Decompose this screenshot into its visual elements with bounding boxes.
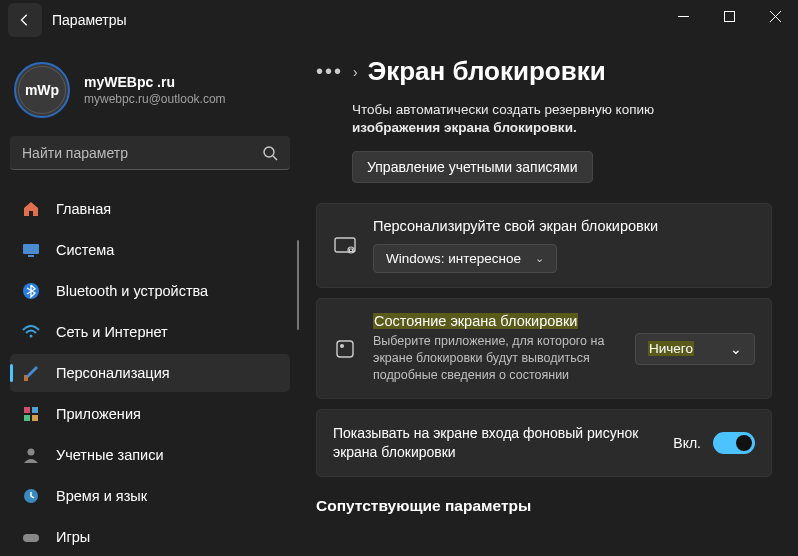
bluetooth-icon xyxy=(20,280,42,302)
sidebar-item-label: Время и язык xyxy=(56,488,147,504)
page-title: Экран блокировки xyxy=(368,56,606,87)
content-area: ••• › Экран блокировки Чтобы автоматичес… xyxy=(300,40,798,556)
profile-block[interactable]: mWp myWEBpc .ru mywebpc.ru@outlook.com xyxy=(14,62,286,118)
search-box[interactable] xyxy=(10,136,290,170)
system-icon xyxy=(20,239,42,261)
breadcrumb: ••• › Экран блокировки xyxy=(316,56,772,87)
clock-icon xyxy=(20,485,42,507)
sidebar-item-label: Учетные записи xyxy=(56,447,164,463)
svg-rect-11 xyxy=(24,407,30,413)
svg-rect-13 xyxy=(24,415,30,421)
svg-point-19 xyxy=(348,247,354,253)
desc-line1: Чтобы автоматически создать резервную ко… xyxy=(352,102,654,117)
nav-list: Главная Система Bluetooth и устройства С… xyxy=(10,190,290,556)
home-icon xyxy=(20,198,42,220)
chevron-down-icon: ⌄ xyxy=(730,341,742,357)
related-settings-heading: Сопутствующие параметры xyxy=(316,497,772,515)
sidebar-item-label: Игры xyxy=(56,529,90,545)
backup-description: Чтобы автоматически создать резервную ко… xyxy=(316,101,772,137)
window-title: Параметры xyxy=(52,12,127,28)
personalize-title: Персонализируйте свой экран блокировки xyxy=(373,218,755,234)
dropdown-value: Ничего xyxy=(648,341,694,356)
wifi-icon xyxy=(20,321,42,343)
svg-rect-21 xyxy=(337,341,353,357)
background-toggle-row: Показывать на экране входа фоновый рисун… xyxy=(316,409,772,477)
svg-rect-17 xyxy=(23,534,39,542)
sidebar-item-label: Сеть и Интернет xyxy=(56,324,168,340)
avatar: mWp xyxy=(14,62,70,118)
svg-point-9 xyxy=(30,335,33,338)
dropdown-value: Windows: интересное xyxy=(386,251,521,266)
close-button[interactable] xyxy=(752,0,798,32)
search-icon xyxy=(262,145,278,161)
sidebar-item-label: Система xyxy=(56,242,114,258)
sidebar-item-gaming[interactable]: Игры xyxy=(10,518,290,556)
sidebar-item-label: Bluetooth и устройства xyxy=(56,283,208,299)
arrow-left-icon xyxy=(18,13,32,27)
manage-accounts-button[interactable]: Управление учетными записями xyxy=(352,151,593,183)
svg-point-22 xyxy=(340,344,344,348)
person-icon xyxy=(20,444,42,466)
toggle-label: Показывать на экране входа фоновый рисун… xyxy=(333,424,673,462)
profile-name: myWEBpc .ru xyxy=(84,74,226,90)
svg-rect-7 xyxy=(28,255,34,257)
sidebar-item-label: Главная xyxy=(56,201,111,217)
sidebar-item-apps[interactable]: Приложения xyxy=(10,395,290,433)
toggle-state-text: Вкл. xyxy=(673,435,701,451)
status-title: Состояние экрана блокировки xyxy=(373,313,635,329)
desc-line2: изображения экрана блокировки. xyxy=(352,120,577,135)
window-controls xyxy=(660,0,798,32)
breadcrumb-more-icon[interactable]: ••• xyxy=(316,60,343,83)
sidebar-item-accounts[interactable]: Учетные записи xyxy=(10,436,290,474)
titlebar: Параметры xyxy=(0,0,798,40)
sidebar-item-time-language[interactable]: Время и язык xyxy=(10,477,290,515)
status-dropdown[interactable]: Ничего ⌄ xyxy=(635,333,755,365)
chevron-right-icon: › xyxy=(353,64,358,80)
svg-rect-6 xyxy=(23,244,39,254)
svg-point-4 xyxy=(264,147,274,157)
svg-rect-1 xyxy=(724,11,734,21)
maximize-button[interactable] xyxy=(706,0,752,32)
minimize-button[interactable] xyxy=(660,0,706,32)
sidebar-item-home[interactable]: Главная xyxy=(10,190,290,228)
sidebar-item-system[interactable]: Система xyxy=(10,231,290,269)
svg-line-5 xyxy=(273,156,277,160)
personalize-card: Персонализируйте свой экран блокировки W… xyxy=(316,203,772,288)
background-toggle-switch[interactable] xyxy=(713,432,755,454)
sidebar: mWp myWEBpc .ru mywebpc.ru@outlook.com Г… xyxy=(0,40,300,556)
sidebar-item-network[interactable]: Сеть и Интернет xyxy=(10,313,290,351)
status-icon xyxy=(333,339,357,359)
sidebar-item-personalization[interactable]: Персонализация xyxy=(10,354,290,392)
sidebar-scrollbar[interactable] xyxy=(297,240,299,330)
svg-point-15 xyxy=(28,449,35,456)
sidebar-item-label: Персонализация xyxy=(56,365,170,381)
profile-email: mywebpc.ru@outlook.com xyxy=(84,92,226,106)
personalize-dropdown[interactable]: Windows: интересное ⌄ xyxy=(373,244,557,273)
paint-icon xyxy=(20,362,42,384)
svg-rect-12 xyxy=(32,407,38,413)
gamepad-icon xyxy=(20,526,42,548)
chevron-down-icon: ⌄ xyxy=(535,252,544,265)
sidebar-item-label: Приложения xyxy=(56,406,141,422)
apps-icon xyxy=(20,403,42,425)
search-input[interactable] xyxy=(22,145,262,161)
lockscreen-icon xyxy=(333,237,357,255)
back-button[interactable] xyxy=(8,3,42,37)
svg-rect-14 xyxy=(32,415,38,421)
status-card: Состояние экрана блокировки Выберите при… xyxy=(316,298,772,399)
status-subtitle: Выберите приложение, для которого на экр… xyxy=(373,333,635,384)
sidebar-item-bluetooth[interactable]: Bluetooth и устройства xyxy=(10,272,290,310)
